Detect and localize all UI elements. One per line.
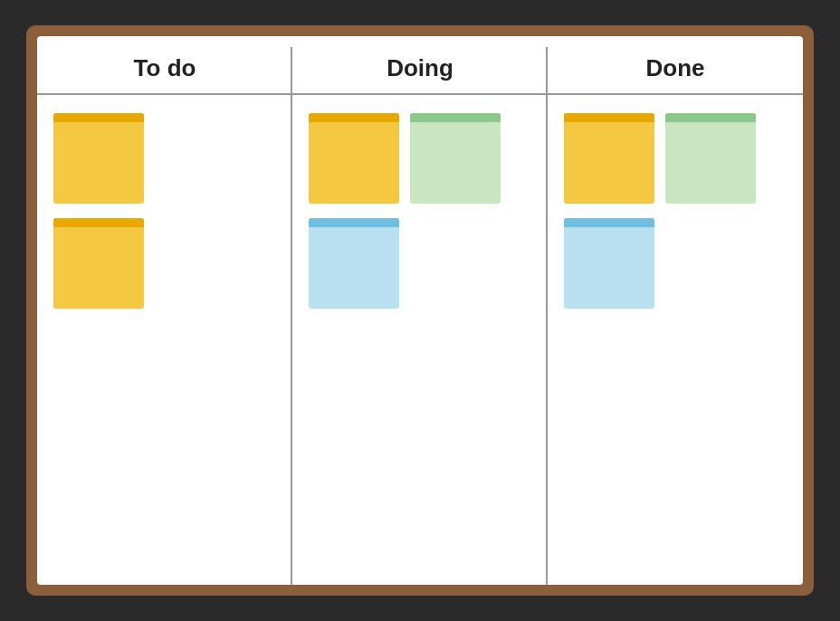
column-done <box>548 95 803 585</box>
board-header: To do Doing Done <box>37 36 803 95</box>
card-doing-1[interactable] <box>309 113 399 204</box>
column-header-done: Done <box>548 54 803 82</box>
card-doing-3[interactable] <box>309 218 399 309</box>
board-frame: To do Doing Done <box>26 25 814 596</box>
column-doing <box>292 95 548 585</box>
card-done-2[interactable] <box>665 113 756 204</box>
card-doing-2[interactable] <box>410 113 501 204</box>
card-done-3[interactable] <box>564 218 654 309</box>
card-todo-2[interactable] <box>53 218 144 309</box>
card-todo-1[interactable] <box>53 113 144 204</box>
card-done-1[interactable] <box>564 113 654 204</box>
column-header-todo: To do <box>37 54 292 82</box>
card-row-2 <box>53 218 276 309</box>
column-header-doing: Doing <box>292 54 548 82</box>
column-todo <box>37 95 292 585</box>
done-row-1 <box>564 113 787 204</box>
card-row-1 <box>53 113 276 204</box>
board-inner: To do Doing Done <box>37 36 803 585</box>
doing-row-2 <box>309 218 531 309</box>
doing-row-1 <box>309 113 531 204</box>
done-row-2 <box>564 218 787 309</box>
board-body <box>37 95 803 585</box>
